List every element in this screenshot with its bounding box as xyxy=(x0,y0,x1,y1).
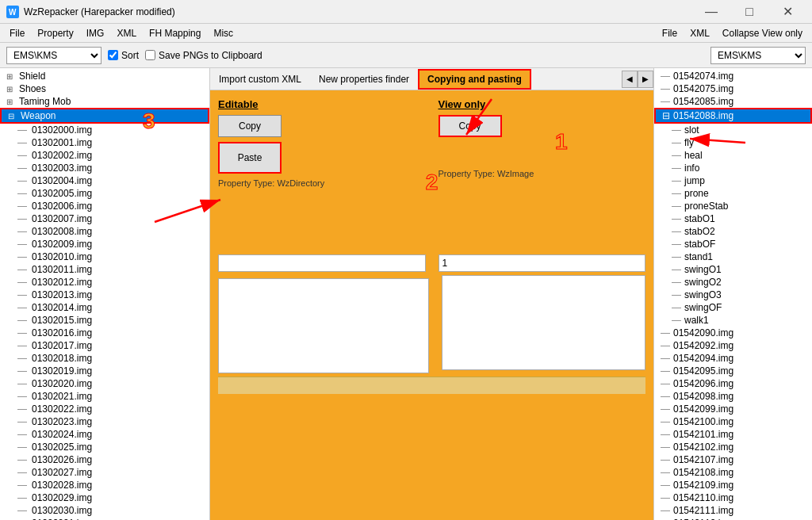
right-tree[interactable]: —01542074.img—01542075.img—01542085.img⊟… xyxy=(654,68,812,520)
right-tree-item-01542102-img[interactable]: —01542102.img xyxy=(654,441,812,453)
right-tree-item-01542094-img[interactable]: —01542094.img xyxy=(654,352,812,365)
right-tree-item-swingOF[interactable]: —swingOF xyxy=(654,301,812,314)
tree-item-01302030-img[interactable]: —01302030.img xyxy=(0,504,209,517)
right-tree-item-01542092-img[interactable]: —01542092.img xyxy=(654,339,812,352)
close-button[interactable]: ✕ xyxy=(769,0,806,24)
right-tree-item-prone[interactable]: —prone xyxy=(654,187,812,200)
tab-new-props[interactable]: New properties finder xyxy=(310,70,418,89)
right-tree-item-01542085-img[interactable]: —01542085.img xyxy=(654,95,812,108)
menu-right-xml[interactable]: XML xyxy=(684,26,716,40)
right-tree-item-01542100-img[interactable]: —01542100.img xyxy=(654,415,812,428)
tab-copy-paste[interactable]: Copying and pasting xyxy=(418,69,531,90)
right-tree-item-01542111-img[interactable]: —01542111.img xyxy=(654,504,812,517)
right-tree-item-stabOF[interactable]: —stabOF xyxy=(654,238,812,250)
tree-item-01302003-img[interactable]: —01302003.img xyxy=(0,162,209,174)
right-tree-item-01542110-img[interactable]: —01542110.img xyxy=(654,491,812,504)
right-tree-item-01542088-img[interactable]: ⊟01542088.img xyxy=(654,108,812,124)
tree-item-01302012-img[interactable]: —01302012.img xyxy=(0,276,209,289)
right-tree-item-swingO2[interactable]: —swingO2 xyxy=(654,276,812,289)
menu-img[interactable]: IMG xyxy=(80,26,111,40)
tab-prev-btn[interactable]: ◀ xyxy=(622,71,638,88)
right-tree-item-01542096-img[interactable]: —01542096.img xyxy=(654,377,812,390)
tree-item-01302015-img[interactable]: —01302015.img xyxy=(0,314,209,327)
tree-item-01302022-img[interactable]: —01302022.img xyxy=(0,403,209,415)
right-tree-item-proneStab[interactable]: —proneStab xyxy=(654,200,812,212)
tree-item-01302009-img[interactable]: —01302009.img xyxy=(0,238,209,250)
right-tree-item-01542112-img[interactable]: —01542112.img xyxy=(654,517,812,520)
right-tree-item-heal[interactable]: —heal xyxy=(654,149,812,162)
right-tree-item-01542075-img[interactable]: —01542075.img xyxy=(654,82,812,95)
right-tree-item-stabO1[interactable]: —stabO1 xyxy=(654,212,812,225)
right-tree-item-01542107-img[interactable]: —01542107.img xyxy=(654,453,812,466)
tree-item-01302007-img[interactable]: —01302007.img xyxy=(0,212,209,225)
right-tree-item-01542090-img[interactable]: —01542090.img xyxy=(654,327,812,339)
tree-item-shoes[interactable]: ⊞ Shoes xyxy=(0,82,209,95)
maximize-button[interactable]: □ xyxy=(731,0,768,24)
tree-item-01302023-img[interactable]: —01302023.img xyxy=(0,415,209,428)
menu-file[interactable]: File xyxy=(3,26,31,40)
tree-item-01302000-img[interactable]: —01302000.img xyxy=(0,124,209,136)
tree-item-01302011-img[interactable]: —01302011.img xyxy=(0,263,209,276)
right-tree-item-slot[interactable]: —slot xyxy=(654,124,812,136)
minimize-button[interactable]: — xyxy=(693,0,730,24)
tree-item-taming-mob[interactable]: ⊞ Taming Mob xyxy=(0,95,209,108)
paste-btn[interactable]: Paste xyxy=(218,142,282,174)
tree-item-01302016-img[interactable]: —01302016.img xyxy=(0,327,209,339)
tree-item-01302021-img[interactable]: —01302021.img xyxy=(0,390,209,403)
view-only-input[interactable] xyxy=(439,254,646,272)
save-png-checkbox-label[interactable]: Save PNGs to Clipboard xyxy=(145,50,262,61)
tree-item-01302006-img[interactable]: —01302006.img xyxy=(0,200,209,212)
menu-xml[interactable]: XML xyxy=(110,26,143,40)
left-tree[interactable]: ⊞ Shield ⊞ Shoes ⊞ Taming Mob ⊟ Weapon —… xyxy=(0,68,209,520)
right-tree-item-swingO1[interactable]: —swingO1 xyxy=(654,263,812,276)
menu-fh-mapping[interactable]: FH Mapping xyxy=(143,26,207,40)
tree-item-01302002-img[interactable]: —01302002.img xyxy=(0,149,209,162)
tree-item-01302013-img[interactable]: —01302013.img xyxy=(0,289,209,301)
tree-item-01302010-img[interactable]: —01302010.img xyxy=(0,250,209,263)
right-tree-item-01542095-img[interactable]: —01542095.img xyxy=(654,365,812,377)
right-tree-item-01542074-img[interactable]: —01542074.img xyxy=(654,70,812,82)
tab-next-btn[interactable]: ▶ xyxy=(638,71,653,88)
editable-textarea[interactable] xyxy=(218,278,429,373)
tree-item-01302019-img[interactable]: —01302019.img xyxy=(0,365,209,377)
tree-item-shield[interactable]: ⊞ Shield xyxy=(0,70,209,82)
right-combo[interactable]: EMS\KMS xyxy=(710,47,806,64)
tree-item-01302017-img[interactable]: —01302017.img xyxy=(0,339,209,352)
tree-item-01302001-img[interactable]: —01302001.img xyxy=(0,136,209,149)
tree-item-01302029-img[interactable]: —01302029.img xyxy=(0,491,209,504)
tree-item-01302027-img[interactable]: —01302027.img xyxy=(0,466,209,479)
right-tree-item-info[interactable]: —info xyxy=(654,162,812,174)
tree-item-01302028-img[interactable]: —01302028.img xyxy=(0,479,209,491)
editable-input[interactable] xyxy=(218,254,426,272)
menu-misc[interactable]: Misc xyxy=(207,26,239,40)
menu-collapse-view[interactable]: Collapse View only xyxy=(716,26,809,40)
right-tree-item-stabO2[interactable]: —stabO2 xyxy=(654,225,812,238)
view-only-copy-btn[interactable]: Copy xyxy=(439,115,502,137)
tree-item-01302031-img[interactable]: —01302031.img xyxy=(0,517,209,520)
tree-item-01302008-img[interactable]: —01302008.img xyxy=(0,225,209,238)
sort-checkbox-label[interactable]: Sort xyxy=(108,50,139,61)
tab-import-xml[interactable]: Import custom XML xyxy=(210,70,310,89)
left-combo[interactable]: EMS\KMS xyxy=(6,47,102,64)
tree-item-01302020-img[interactable]: —01302020.img xyxy=(0,377,209,390)
tree-item-01302025-img[interactable]: —01302025.img xyxy=(0,441,209,453)
menu-right-file[interactable]: File xyxy=(656,26,684,40)
menu-property[interactable]: Property xyxy=(31,26,79,40)
sort-checkbox[interactable] xyxy=(108,50,118,60)
right-tree-item-fly[interactable]: —fly xyxy=(654,136,812,149)
right-tree-item-01542108-img[interactable]: —01542108.img xyxy=(654,466,812,479)
tree-item-01302024-img[interactable]: —01302024.img xyxy=(0,428,209,441)
right-tree-item-jump[interactable]: —jump xyxy=(654,174,812,187)
right-tree-item-stand1[interactable]: —stand1 xyxy=(654,250,812,263)
right-tree-item-walk1[interactable]: —walk1 xyxy=(654,314,812,327)
tree-item-01302018-img[interactable]: —01302018.img xyxy=(0,352,209,365)
tree-item-weapon[interactable]: ⊟ Weapon xyxy=(0,108,209,124)
save-png-checkbox[interactable] xyxy=(145,50,155,60)
editable-copy-btn[interactable]: Copy xyxy=(218,115,282,137)
right-tree-item-01542098-img[interactable]: —01542098.img xyxy=(654,390,812,403)
right-tree-item-01542101-img[interactable]: —01542101.img xyxy=(654,428,812,441)
right-tree-item-01542099-img[interactable]: —01542099.img xyxy=(654,403,812,415)
tree-item-01302026-img[interactable]: —01302026.img xyxy=(0,453,209,466)
tree-item-01302005-img[interactable]: —01302005.img xyxy=(0,187,209,200)
tree-item-01302004-img[interactable]: —01302004.img xyxy=(0,174,209,187)
